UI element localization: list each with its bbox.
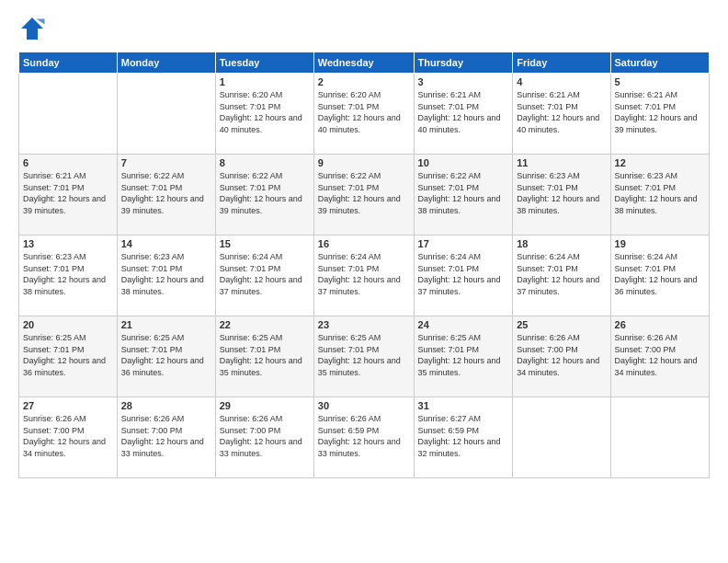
day-number: 7 bbox=[121, 157, 211, 168]
day-number: 12 bbox=[615, 157, 705, 168]
day-info: Sunrise: 6:26 AM Sunset: 6:59 PM Dayligh… bbox=[318, 413, 410, 459]
calendar-cell: 27Sunrise: 6:26 AM Sunset: 7:00 PM Dayli… bbox=[19, 397, 118, 478]
day-info: Sunrise: 6:23 AM Sunset: 7:01 PM Dayligh… bbox=[615, 170, 705, 216]
calendar-cell bbox=[19, 74, 118, 155]
day-number: 16 bbox=[318, 238, 410, 249]
logo bbox=[18, 15, 50, 42]
calendar-cell: 10Sunrise: 6:22 AM Sunset: 7:01 PM Dayli… bbox=[414, 155, 513, 236]
day-number: 17 bbox=[418, 238, 509, 249]
day-number: 3 bbox=[418, 76, 509, 87]
day-info: Sunrise: 6:20 AM Sunset: 7:01 PM Dayligh… bbox=[220, 89, 310, 135]
calendar-table: SundayMondayTuesdayWednesdayThursdayFrid… bbox=[18, 52, 710, 478]
day-info: Sunrise: 6:21 AM Sunset: 7:01 PM Dayligh… bbox=[615, 89, 705, 135]
calendar-cell: 18Sunrise: 6:24 AM Sunset: 7:01 PM Dayli… bbox=[513, 236, 610, 316]
day-number: 28 bbox=[121, 400, 211, 411]
weekday-header-monday: Monday bbox=[117, 52, 215, 74]
day-info: Sunrise: 6:25 AM Sunset: 7:01 PM Dayligh… bbox=[23, 332, 113, 378]
logo-icon bbox=[18, 15, 46, 42]
calendar-cell: 9Sunrise: 6:22 AM Sunset: 7:01 PM Daylig… bbox=[313, 155, 414, 236]
day-info: Sunrise: 6:24 AM Sunset: 7:01 PM Dayligh… bbox=[615, 251, 705, 297]
day-info: Sunrise: 6:24 AM Sunset: 7:01 PM Dayligh… bbox=[418, 251, 509, 297]
calendar-cell bbox=[610, 397, 709, 478]
day-number: 6 bbox=[23, 157, 113, 168]
calendar-cell: 7Sunrise: 6:22 AM Sunset: 7:01 PM Daylig… bbox=[117, 155, 215, 236]
day-info: Sunrise: 6:21 AM Sunset: 7:01 PM Dayligh… bbox=[517, 89, 606, 135]
day-number: 4 bbox=[517, 76, 606, 87]
day-info: Sunrise: 6:23 AM Sunset: 7:01 PM Dayligh… bbox=[121, 251, 211, 297]
weekday-header-sunday: Sunday bbox=[19, 52, 118, 74]
day-number: 2 bbox=[318, 76, 410, 87]
day-number: 18 bbox=[517, 238, 606, 249]
calendar-cell: 21Sunrise: 6:25 AM Sunset: 7:01 PM Dayli… bbox=[117, 316, 215, 397]
day-info: Sunrise: 6:24 AM Sunset: 7:01 PM Dayligh… bbox=[517, 251, 606, 297]
calendar-cell: 8Sunrise: 6:22 AM Sunset: 7:01 PM Daylig… bbox=[215, 155, 313, 236]
calendar-cell: 2Sunrise: 6:20 AM Sunset: 7:01 PM Daylig… bbox=[313, 74, 414, 155]
calendar-cell: 6Sunrise: 6:21 AM Sunset: 7:01 PM Daylig… bbox=[19, 155, 118, 236]
weekday-header-wednesday: Wednesday bbox=[313, 52, 414, 74]
day-number: 31 bbox=[418, 400, 509, 411]
calendar-cell: 22Sunrise: 6:25 AM Sunset: 7:01 PM Dayli… bbox=[215, 316, 313, 397]
day-info: Sunrise: 6:26 AM Sunset: 7:00 PM Dayligh… bbox=[220, 413, 310, 459]
day-info: Sunrise: 6:22 AM Sunset: 7:01 PM Dayligh… bbox=[318, 170, 410, 216]
weekday-header-tuesday: Tuesday bbox=[215, 52, 313, 74]
day-number: 20 bbox=[23, 319, 113, 330]
calendar-cell: 12Sunrise: 6:23 AM Sunset: 7:01 PM Dayli… bbox=[610, 155, 709, 236]
day-info: Sunrise: 6:27 AM Sunset: 6:59 PM Dayligh… bbox=[418, 413, 509, 459]
calendar-cell: 16Sunrise: 6:24 AM Sunset: 7:01 PM Dayli… bbox=[313, 236, 414, 316]
calendar-cell: 20Sunrise: 6:25 AM Sunset: 7:01 PM Dayli… bbox=[19, 316, 118, 397]
calendar-cell bbox=[117, 74, 215, 155]
day-number: 21 bbox=[121, 319, 211, 330]
day-number: 9 bbox=[318, 157, 410, 168]
calendar-cell: 1Sunrise: 6:20 AM Sunset: 7:01 PM Daylig… bbox=[215, 74, 313, 155]
day-info: Sunrise: 6:26 AM Sunset: 7:00 PM Dayligh… bbox=[517, 332, 606, 378]
calendar-cell: 26Sunrise: 6:26 AM Sunset: 7:00 PM Dayli… bbox=[610, 316, 709, 397]
page: SundayMondayTuesdayWednesdayThursdayFrid… bbox=[0, 0, 728, 563]
day-number: 22 bbox=[220, 319, 310, 330]
day-number: 25 bbox=[517, 319, 606, 330]
calendar-cell: 13Sunrise: 6:23 AM Sunset: 7:01 PM Dayli… bbox=[19, 236, 118, 316]
day-info: Sunrise: 6:23 AM Sunset: 7:01 PM Dayligh… bbox=[23, 251, 113, 297]
calendar-cell: 15Sunrise: 6:24 AM Sunset: 7:01 PM Dayli… bbox=[215, 236, 313, 316]
day-number: 29 bbox=[220, 400, 310, 411]
day-info: Sunrise: 6:25 AM Sunset: 7:01 PM Dayligh… bbox=[220, 332, 310, 378]
day-info: Sunrise: 6:24 AM Sunset: 7:01 PM Dayligh… bbox=[220, 251, 310, 297]
weekday-header-saturday: Saturday bbox=[610, 52, 709, 74]
week-row-3: 13Sunrise: 6:23 AM Sunset: 7:01 PM Dayli… bbox=[19, 236, 710, 316]
day-number: 24 bbox=[418, 319, 509, 330]
day-info: Sunrise: 6:26 AM Sunset: 7:00 PM Dayligh… bbox=[121, 413, 211, 459]
calendar-cell: 28Sunrise: 6:26 AM Sunset: 7:00 PM Dayli… bbox=[117, 397, 215, 478]
calendar-cell: 24Sunrise: 6:25 AM Sunset: 7:01 PM Dayli… bbox=[414, 316, 513, 397]
day-number: 8 bbox=[220, 157, 310, 168]
day-number: 14 bbox=[121, 238, 211, 249]
calendar-cell: 4Sunrise: 6:21 AM Sunset: 7:01 PM Daylig… bbox=[513, 74, 610, 155]
day-info: Sunrise: 6:21 AM Sunset: 7:01 PM Dayligh… bbox=[418, 89, 509, 135]
day-info: Sunrise: 6:25 AM Sunset: 7:01 PM Dayligh… bbox=[418, 332, 509, 378]
day-number: 1 bbox=[220, 76, 310, 87]
calendar-cell: 5Sunrise: 6:21 AM Sunset: 7:01 PM Daylig… bbox=[610, 74, 709, 155]
day-info: Sunrise: 6:25 AM Sunset: 7:01 PM Dayligh… bbox=[121, 332, 211, 378]
day-number: 10 bbox=[418, 157, 509, 168]
calendar-cell: 14Sunrise: 6:23 AM Sunset: 7:01 PM Dayli… bbox=[117, 236, 215, 316]
weekday-header-friday: Friday bbox=[513, 52, 610, 74]
day-info: Sunrise: 6:21 AM Sunset: 7:01 PM Dayligh… bbox=[23, 170, 113, 216]
day-info: Sunrise: 6:20 AM Sunset: 7:01 PM Dayligh… bbox=[318, 89, 410, 135]
calendar-cell: 30Sunrise: 6:26 AM Sunset: 6:59 PM Dayli… bbox=[313, 397, 414, 478]
week-row-5: 27Sunrise: 6:26 AM Sunset: 7:00 PM Dayli… bbox=[19, 397, 710, 478]
day-number: 5 bbox=[615, 76, 705, 87]
day-number: 13 bbox=[23, 238, 113, 249]
calendar-cell: 25Sunrise: 6:26 AM Sunset: 7:00 PM Dayli… bbox=[513, 316, 610, 397]
calendar-cell: 19Sunrise: 6:24 AM Sunset: 7:01 PM Dayli… bbox=[610, 236, 709, 316]
header bbox=[18, 15, 710, 42]
calendar-cell: 31Sunrise: 6:27 AM Sunset: 6:59 PM Dayli… bbox=[414, 397, 513, 478]
day-number: 23 bbox=[318, 319, 410, 330]
calendar-cell: 3Sunrise: 6:21 AM Sunset: 7:01 PM Daylig… bbox=[414, 74, 513, 155]
day-info: Sunrise: 6:24 AM Sunset: 7:01 PM Dayligh… bbox=[318, 251, 410, 297]
weekday-header-thursday: Thursday bbox=[414, 52, 513, 74]
day-info: Sunrise: 6:23 AM Sunset: 7:01 PM Dayligh… bbox=[517, 170, 606, 216]
day-number: 27 bbox=[23, 400, 113, 411]
week-row-2: 6Sunrise: 6:21 AM Sunset: 7:01 PM Daylig… bbox=[19, 155, 710, 236]
calendar-cell: 11Sunrise: 6:23 AM Sunset: 7:01 PM Dayli… bbox=[513, 155, 610, 236]
calendar-cell bbox=[513, 397, 610, 478]
week-row-4: 20Sunrise: 6:25 AM Sunset: 7:01 PM Dayli… bbox=[19, 316, 710, 397]
week-row-1: 1Sunrise: 6:20 AM Sunset: 7:01 PM Daylig… bbox=[19, 74, 710, 155]
